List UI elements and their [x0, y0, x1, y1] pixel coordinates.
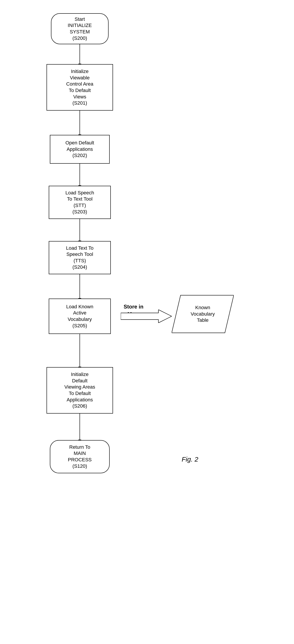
connector-s204-s205 — [80, 274, 80, 298]
node-s120: Return To MAIN PROCESS (S120) — [50, 440, 110, 473]
connector-s202-s203 — [80, 164, 80, 186]
connector-s206-s120 — [80, 414, 80, 440]
node-s206-label: Initialize Default Viewing Areas To Defa… — [64, 371, 95, 409]
node-s203: Load Speech To Text Tool (STT) (S203) — [49, 186, 111, 219]
vocab-table-label: Known Vocabulary Table — [191, 304, 215, 324]
svg-marker-0 — [121, 310, 172, 323]
node-s200: Start INITIALIZE SYSTEM (S200) — [51, 13, 109, 44]
node-s204-label: Load Text To Speech Tool (TTS) (S204) — [66, 245, 93, 270]
node-s202: Open Default Applications (S202) — [50, 135, 110, 164]
connector-s205-s206 — [80, 334, 80, 367]
node-s204: Load Text To Speech Tool (TTS) (S204) — [49, 241, 111, 274]
connector-s201-s202 — [80, 110, 80, 135]
node-s120-label: Return To MAIN PROCESS (S120) — [68, 444, 92, 469]
node-s206: Initialize Default Viewing Areas To Defa… — [47, 367, 113, 414]
node-s203-label: Load Speech To Text Tool (STT) (S203) — [65, 190, 94, 215]
figure-label: Fig. 2 — [182, 456, 198, 463]
node-s202-label: Open Default Applications (S202) — [65, 140, 94, 159]
diagram-container: Start INITIALIZE SYSTEM (S200) Initializ… — [0, 0, 294, 644]
node-s205-label: Load Known Active Vocabulary (S205) — [66, 304, 93, 329]
connector-s200-s201 — [80, 44, 80, 64]
known-vocabulary-table: Known Vocabulary Table — [172, 294, 234, 334]
node-s201-label: Initialize Viewable Control Area To Defa… — [66, 68, 93, 106]
node-s201: Initialize Viewable Control Area To Defa… — [47, 64, 113, 110]
node-s200-label: Start INITIALIZE SYSTEM (S200) — [68, 16, 92, 41]
connector-s203-s204 — [80, 219, 80, 241]
node-s205: Load Known Active Vocabulary (S205) — [49, 298, 111, 334]
hollow-arrow — [121, 310, 172, 323]
